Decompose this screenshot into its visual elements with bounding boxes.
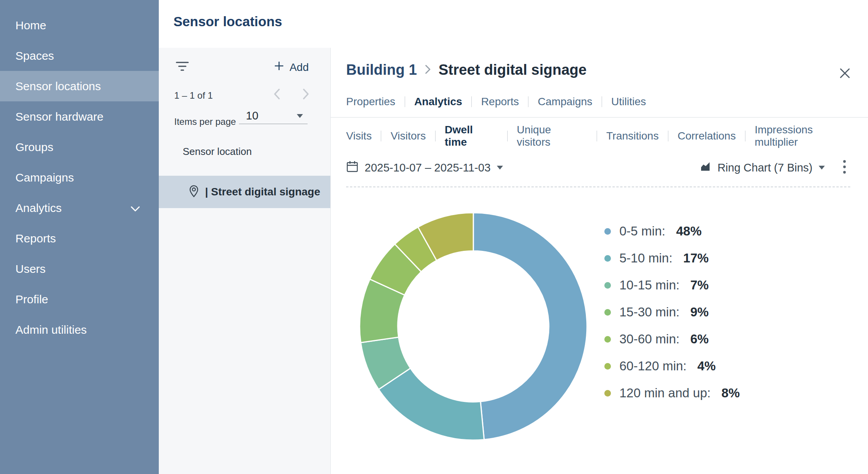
legend-value: 7% <box>690 278 709 292</box>
sidebar-item-groups[interactable]: Groups <box>0 132 159 162</box>
sidebar-item-label: Profile <box>15 293 48 306</box>
dropdown-caret-icon <box>819 166 825 170</box>
sidebar-item-reports[interactable]: Reports <box>0 223 159 254</box>
tab-analytics[interactable]: Analytics <box>405 96 472 108</box>
breadcrumb: Building 1 Street digital signage <box>346 62 587 78</box>
page-header: Sensor locations <box>159 0 868 48</box>
chevron-left-icon <box>273 88 280 101</box>
tab-properties[interactable]: Properties <box>346 96 405 108</box>
date-range-value: 2025-10-07 – 2025-11-03 <box>365 161 491 174</box>
detail-tabs: Properties Analytics Reports Campaigns U… <box>346 94 655 109</box>
sidebar-item-profile[interactable]: Profile <box>0 284 159 314</box>
sensor-location-row-label: | Street digital signage <box>205 186 320 198</box>
subtab-unique-visitors[interactable]: Unique visitors <box>508 124 597 148</box>
legend-dot <box>604 309 611 316</box>
legend-value: 17% <box>683 251 709 266</box>
sidebar-item-analytics[interactable]: Analytics <box>0 193 159 223</box>
subtab-visits[interactable]: Visits <box>346 130 381 142</box>
breadcrumb-current: Street digital signage <box>439 62 587 78</box>
subtab-visitors[interactable]: Visitors <box>381 130 435 142</box>
breadcrumb-parent[interactable]: Building 1 <box>346 62 417 78</box>
subtab-dwell-time[interactable]: Dwell time <box>436 124 507 148</box>
sidebar-item-label: Sensor locations <box>15 80 101 93</box>
sidebar-item-campaigns[interactable]: Campaigns <box>0 162 159 193</box>
add-button[interactable]: Add <box>274 61 309 74</box>
tabs-divider <box>331 117 868 118</box>
tab-utilities[interactable]: Utilities <box>602 96 655 108</box>
items-per-page-label: Items per page <box>174 116 236 127</box>
page-title: Sensor locations <box>173 14 282 29</box>
dwell-donut-chart <box>358 211 589 442</box>
legend-label: 15-30 min: <box>619 305 680 319</box>
sidebar-item-home[interactable]: Home <box>0 10 159 40</box>
chevron-right-icon <box>303 88 310 101</box>
calendar-icon <box>346 160 358 175</box>
legend-label: 10-15 min: <box>619 278 680 292</box>
pager <box>273 89 310 101</box>
add-plus-icon <box>274 61 284 74</box>
chevron-down-icon <box>130 202 140 215</box>
sidebar-item-users[interactable]: Users <box>0 254 159 284</box>
more-options-button[interactable] <box>839 160 850 175</box>
chart-type-selector[interactable]: Ring Chart (7 Bins) <box>700 161 825 174</box>
sidebar-item-spaces[interactable]: Spaces <box>0 40 159 71</box>
legend-dot <box>604 336 611 343</box>
legend-dot <box>604 228 611 235</box>
chart-controls-right: Ring Chart (7 Bins) <box>700 160 850 175</box>
location-pin-icon <box>188 185 200 199</box>
sidebar-item-label: Admin utilities <box>15 323 87 336</box>
chart-type-icon <box>700 161 711 174</box>
items-per-page-select[interactable]: 10 <box>239 108 308 124</box>
sidebar-item-label: Sensor hardware <box>15 110 103 123</box>
analytics-subtabs: Visits Visitors Dwell time Unique visito… <box>346 128 868 144</box>
sidebar-item-label: Reports <box>15 232 56 245</box>
sidebar: Home Spaces Sensor locations Sensor hard… <box>0 0 159 474</box>
legend-dot <box>604 390 611 397</box>
legend-value: 4% <box>697 359 716 373</box>
legend-dot <box>604 363 611 370</box>
subtab-transitions[interactable]: Transitions <box>597 130 668 142</box>
sensor-location-row[interactable]: | Street digital signage <box>159 176 330 208</box>
next-page-button[interactable] <box>303 89 310 101</box>
legend-item: 30-60 min:6% <box>604 332 740 346</box>
legend-item: 0-5 min:48% <box>604 224 740 238</box>
legend-label: 120 min and up: <box>619 386 711 400</box>
breadcrumb-chevron-icon <box>425 64 431 76</box>
filter-icon <box>176 61 189 73</box>
sidebar-item-sensor-locations[interactable]: Sensor locations <box>0 71 159 101</box>
dropdown-caret-icon <box>297 114 303 118</box>
legend-item: 10-15 min:7% <box>604 278 740 292</box>
close-button[interactable] <box>838 67 852 81</box>
prev-page-button[interactable] <box>273 89 281 101</box>
tab-reports[interactable]: Reports <box>472 96 528 108</box>
legend-dot <box>604 282 611 289</box>
subtab-impressions-multiplier[interactable]: Impressions multiplier <box>745 124 868 148</box>
tab-campaigns[interactable]: Campaigns <box>528 96 602 108</box>
dropdown-caret-icon <box>497 166 503 170</box>
legend-value: 6% <box>690 332 709 346</box>
filter-button[interactable] <box>176 59 193 75</box>
pagination-range: 1 – 1 of 1 <box>174 90 213 101</box>
subtab-correlations[interactable]: Correlations <box>668 130 745 142</box>
sidebar-item-label: Home <box>15 19 46 32</box>
date-range-selector[interactable]: 2025-10-07 – 2025-11-03 <box>346 160 503 175</box>
close-icon <box>838 67 851 81</box>
sidebar-item-admin-utilities[interactable]: Admin utilities <box>0 314 159 345</box>
sidebar-item-sensor-hardware[interactable]: Sensor hardware <box>0 101 159 132</box>
legend-value: 8% <box>722 386 740 400</box>
add-button-label: Add <box>289 61 309 74</box>
sidebar-item-label: Campaigns <box>15 171 74 184</box>
kebab-menu-icon <box>843 159 846 176</box>
chart-type-value: Ring Chart (7 Bins) <box>717 161 812 174</box>
legend-label: 0-5 min: <box>619 224 665 239</box>
sidebar-item-label: Groups <box>15 141 53 154</box>
dashed-divider <box>346 187 850 187</box>
legend-label: 5-10 min: <box>619 251 673 266</box>
column-header-sensor-location[interactable]: Sensor location <box>183 146 252 158</box>
items-per-page-value: 10 <box>246 109 258 122</box>
chart-controls-row: 2025-10-07 – 2025-11-03 Ring Chart (7 Bi… <box>346 157 850 178</box>
legend-item: 60-120 min:4% <box>604 359 740 373</box>
legend-item: 5-10 min:17% <box>604 251 740 265</box>
sidebar-item-label: Users <box>15 262 45 276</box>
legend-item: 120 min and up:8% <box>604 386 740 400</box>
